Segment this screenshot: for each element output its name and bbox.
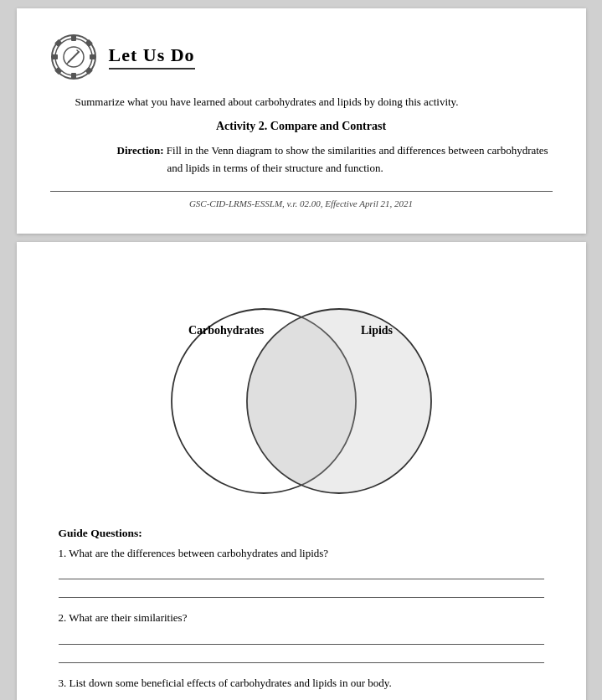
question-block-3: 3. List down some beneficial effects of … — [59, 675, 544, 700]
logo-icon — [50, 33, 97, 80]
guide-title: Guide Questions: — [59, 527, 544, 540]
answer-line[interactable] — [59, 648, 544, 663]
direction-text: Direction: Fill in the Venn diagram to s… — [100, 142, 553, 178]
section-title: Let Us Do — [109, 44, 195, 65]
section-title-box: Let Us Do — [109, 44, 195, 69]
header-row: Let Us Do — [50, 33, 553, 80]
answer-line[interactable] — [59, 583, 544, 598]
footer-code: GSC-CID-LRMS-ESSLM, v.r. 02.00, Effectiv… — [50, 198, 553, 208]
answer-lines-3 — [59, 694, 544, 700]
answer-lines-1 — [59, 564, 544, 598]
svg-rect-2 — [71, 35, 76, 41]
guide-question-3: 3. List down some beneficial effects of … — [59, 675, 544, 692]
venn-diagram: Carbohydrates Lipids — [109, 292, 494, 510]
venn-container: Carbohydrates Lipids — [50, 267, 553, 527]
guide-section: Guide Questions: 1. What are the differe… — [50, 527, 553, 700]
activity-title: Activity 2. Compare and Contrast — [50, 120, 553, 133]
answer-lines-2 — [59, 630, 544, 663]
question-block-1: 1. What are the differences between carb… — [59, 545, 544, 599]
svg-rect-3 — [71, 73, 76, 79]
guide-question-2: 2. What are their similarities? — [59, 610, 544, 626]
divider — [50, 191, 553, 192]
guide-question-1: 1. What are the differences between carb… — [59, 545, 544, 562]
svg-line-12 — [67, 62, 69, 64]
svg-line-13 — [77, 50, 79, 52]
page-1: Let Us Do Summarize what you have learne… — [17, 8, 586, 234]
intro-text: Summarize what you have learned about ca… — [50, 94, 553, 111]
answer-line[interactable] — [59, 564, 544, 579]
direction-label: Direction: — [117, 144, 164, 157]
direction-body: Fill in the Venn diagram to show the sim… — [167, 144, 548, 174]
question-block-2: 2. What are their similarities? — [59, 610, 544, 663]
svg-line-11 — [69, 52, 79, 62]
svg-rect-5 — [90, 54, 95, 59]
svg-rect-4 — [52, 54, 58, 59]
venn-label-right: Lipids — [360, 324, 393, 337]
page-2: Carbohydrates Lipids Guide Questions: 1.… — [17, 242, 586, 700]
answer-line[interactable] — [59, 694, 544, 700]
venn-label-left: Carbohydrates — [188, 324, 264, 337]
answer-line[interactable] — [59, 630, 544, 645]
